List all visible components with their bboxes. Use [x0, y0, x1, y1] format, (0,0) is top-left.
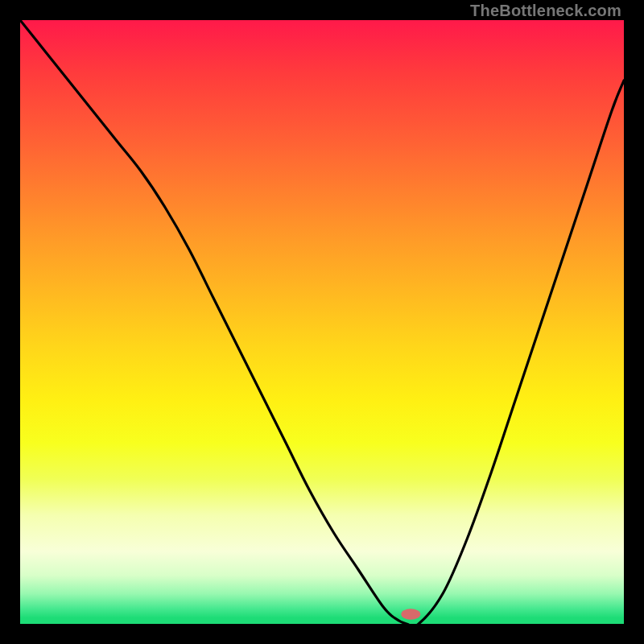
bottleneck-curve [20, 20, 624, 624]
bottleneck-point [401, 609, 420, 620]
watermark-text: TheBottleneck.com [470, 2, 621, 20]
curve-svg [20, 20, 624, 624]
chart-container: TheBottleneck.com [0, 0, 644, 644]
plot-area [20, 20, 624, 624]
